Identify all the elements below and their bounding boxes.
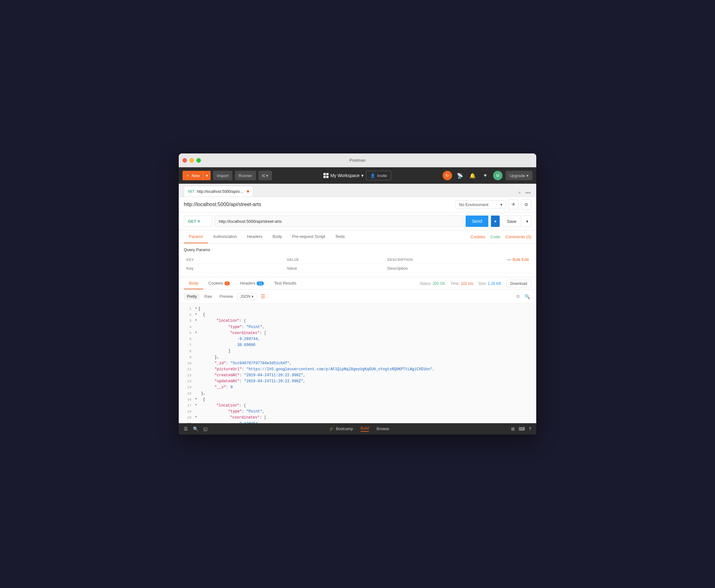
collapse-toggle-16[interactable]: ▼ — [195, 397, 197, 402]
settings-icon-button[interactable]: ⚙ — [521, 200, 531, 210]
collapse-toggle-5[interactable]: ▼ — [195, 330, 197, 335]
tab-url-label: http://localhost:5000/api/street-a — [197, 189, 244, 194]
response-tab-headers[interactable]: Headers11 — [235, 278, 269, 289]
json-line-13: 13 "updatedAt": "2019-04-24T11:20:22.998… — [179, 378, 536, 384]
description-input[interactable] — [387, 266, 483, 271]
close-button[interactable] — [183, 158, 187, 163]
build-item[interactable]: Build — [361, 426, 369, 432]
maximize-button[interactable] — [197, 158, 201, 163]
format-right-actions: ⧉ 🔍 — [515, 292, 531, 300]
json-line-7: 7 38.69606 — [179, 342, 536, 348]
save-dropdown-button[interactable]: ▾ — [524, 215, 531, 227]
tab-headers[interactable]: Headers — [242, 230, 268, 243]
environment-selector[interactable]: No Environment ▾ — [455, 201, 506, 209]
bell-icon-button[interactable]: 🔔 — [468, 171, 477, 180]
tab-authorization[interactable]: Authorization — [208, 230, 242, 243]
plus-icon: ＋ — [186, 173, 190, 178]
headers-badge: 11 — [257, 281, 264, 286]
response-tabs: Body Cookies1 Headers11 Test Results Sta… — [179, 278, 536, 290]
query-params-title: Query Params — [184, 247, 531, 252]
key-cell[interactable] — [184, 264, 284, 273]
browse-item[interactable]: Browse — [376, 427, 389, 431]
fork-icon: ⑆ — [262, 173, 265, 178]
url-input[interactable] — [215, 215, 463, 227]
format-raw-button[interactable]: Raw — [201, 293, 215, 300]
format-preview-button[interactable]: Preview — [216, 293, 236, 300]
value-cell[interactable] — [284, 264, 385, 273]
runner-button[interactable]: Runner — [235, 171, 256, 180]
format-pretty-button[interactable]: Pretty — [184, 293, 200, 300]
sync-button[interactable]: ↻ — [443, 171, 452, 180]
search-status-button[interactable]: 🔍 — [193, 426, 198, 432]
workspace-button[interactable]: My Workspace ▾ — [324, 173, 364, 178]
code-link[interactable]: Code — [491, 234, 500, 239]
new-button-label: New — [192, 173, 200, 178]
upgrade-arrow: ▾ — [527, 173, 529, 178]
filter-button[interactable]: ☰ — [258, 292, 268, 301]
comments-link[interactable]: Comments (0) — [505, 234, 531, 239]
bootcamp-icon: 🎓 — [329, 427, 334, 431]
collapse-toggle-1[interactable]: ▼ — [195, 306, 197, 311]
tab-modified-indicator — [247, 190, 249, 192]
send-button[interactable]: Send — [466, 215, 489, 227]
json-viewer: 1 ▼ [ 2 ▼ { 3 ▼ "location": { 4 "type": … — [179, 303, 536, 423]
tab-pre-request-script[interactable]: Pre-request Script — [287, 230, 330, 243]
response-tabs-left: Body Cookies1 Headers11 Test Results — [184, 278, 301, 289]
help-button[interactable]: ? — [529, 426, 531, 432]
eye-icon-button[interactable]: 👁 — [509, 200, 518, 210]
history-button[interactable]: ◱ — [203, 426, 207, 432]
tab-body[interactable]: Body — [268, 230, 287, 243]
response-tab-cookies[interactable]: Cookies1 — [203, 278, 235, 289]
title-bar: Postman — [179, 153, 536, 167]
method-selector[interactable]: GET ▾ — [184, 215, 212, 227]
bulk-edit-button[interactable]: Bulk Edit — [513, 257, 529, 262]
value-column-header: VALUE — [284, 255, 385, 264]
response-tab-body[interactable]: Body — [184, 278, 203, 289]
format-type-value: JSON — [240, 294, 250, 299]
invite-icon: 👤 — [370, 173, 375, 178]
new-button[interactable]: ＋ New ▾ — [183, 171, 210, 180]
value-input[interactable] — [287, 266, 382, 271]
cookies-link[interactable]: Cookies — [471, 234, 486, 239]
response-tab-test-results[interactable]: Test Results — [269, 278, 301, 289]
avatar-button[interactable]: U — [493, 171, 503, 180]
collapse-toggle-17[interactable]: ▼ — [195, 403, 197, 408]
description-cell[interactable] — [385, 264, 486, 273]
env-bar: http://localhost:5000/api/street-arts No… — [179, 197, 536, 212]
collapse-toggle-3[interactable]: ▼ — [195, 318, 197, 323]
import-button[interactable]: Import — [213, 171, 232, 180]
tab-overflow-button[interactable]: ••• — [525, 189, 531, 196]
collapse-toggle-19[interactable]: ▼ — [195, 415, 197, 420]
request-tab[interactable]: GET http://localhost:5000/api/street-a — [184, 186, 253, 197]
layout-toggle-button[interactable]: ⊞ — [511, 426, 515, 432]
tab-tests[interactable]: Tests — [330, 230, 350, 243]
invite-button[interactable]: 👤 Invite — [366, 171, 391, 180]
env-right: No Environment ▾ 👁 ⚙ — [455, 200, 531, 210]
save-button[interactable]: Save — [502, 215, 521, 227]
keyboard-shortcut-button[interactable]: ⌨ — [518, 426, 525, 432]
format-type-selector[interactable]: JSON ▾ — [238, 293, 256, 300]
download-button[interactable]: Download — [506, 280, 531, 287]
json-line-17: 17 ▼ "location": { — [179, 403, 536, 409]
status-bar-center: 🎓 Bootcamp Build Browse — [329, 426, 389, 432]
fork-button[interactable]: ⑆ ▾ — [259, 171, 272, 180]
sidebar-toggle-button[interactable]: ☰ — [184, 426, 188, 432]
params-tabs-left: Params Authorization Headers Body Pre-re… — [184, 230, 350, 243]
copy-icon-button[interactable]: ⧉ — [515, 292, 521, 300]
send-dropdown-button[interactable]: ▾ — [491, 215, 500, 227]
upgrade-button[interactable]: Upgrade ▾ — [506, 171, 532, 180]
search-icon-button[interactable]: 🔍 — [523, 292, 531, 300]
app-window: Postman ＋ New ▾ Import Runner ⑆ ▾ My Wor… — [179, 153, 536, 435]
add-tab-button[interactable]: ＋ — [516, 189, 523, 197]
new-dropdown-arrow[interactable]: ▾ — [203, 171, 210, 180]
collapse-toggle-2[interactable]: ▼ — [195, 312, 197, 317]
window-title: Postman — [349, 158, 365, 163]
key-input[interactable] — [186, 266, 282, 271]
toolbar-right: ↻ 📡 🔔 ♥ U Upgrade ▾ — [443, 171, 532, 180]
satellite-icon-button[interactable]: 📡 — [455, 171, 465, 180]
bootcamp-item[interactable]: 🎓 Bootcamp — [329, 427, 353, 431]
minimize-button[interactable] — [189, 158, 194, 163]
json-line-4: 4 "type": "Point", — [179, 324, 536, 330]
heart-icon-button[interactable]: ♥ — [481, 171, 490, 180]
tab-params[interactable]: Params — [184, 230, 208, 243]
